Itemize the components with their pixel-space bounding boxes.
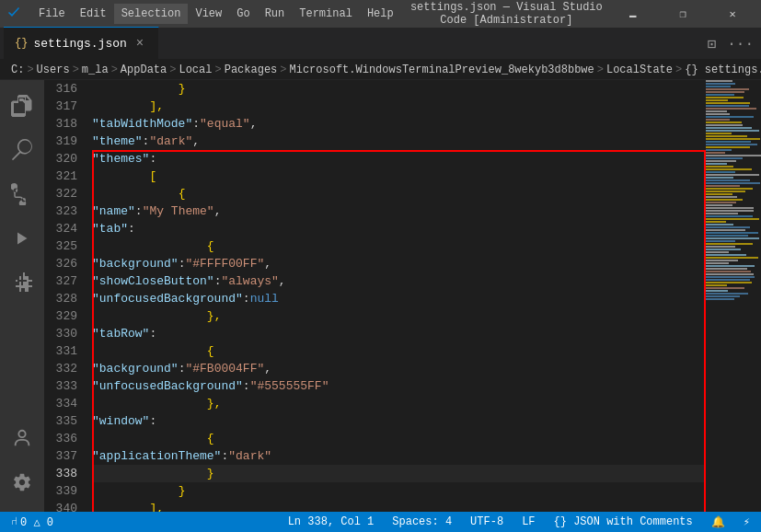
line-number: 328 (44, 290, 85, 307)
code-line: }, (92, 307, 706, 325)
line-number: 319 (44, 133, 85, 150)
line-number: 325 (44, 237, 85, 255)
code-line: ], (92, 500, 706, 512)
code-line: "applicationTheme": "dark" (92, 447, 706, 465)
line-number: 329 (44, 307, 85, 325)
menu-selection[interactable]: Selection (114, 4, 189, 24)
activity-account[interactable] (0, 416, 44, 460)
activity-bar (0, 80, 44, 512)
line-number: 336 (44, 430, 85, 447)
minimize-button[interactable]: 🗕 (612, 0, 654, 28)
line-number: 337 (44, 447, 85, 465)
spaces-text: Spaces: 4 (392, 515, 452, 528)
tab-label: settings.json (33, 37, 126, 51)
line-number: 333 (44, 377, 85, 395)
line-number: 323 (44, 202, 85, 220)
line-number: 317 (44, 98, 85, 115)
menu-terminal[interactable]: Terminal (292, 4, 360, 24)
tab-file-icon: {} (15, 37, 28, 50)
tab-close-button[interactable]: × (133, 36, 147, 51)
code-editor[interactable]: 3163173183193203213223233243253263273283… (44, 80, 706, 512)
tab-bar: {} settings.json × ⊡ ··· (0, 28, 761, 60)
main-area: 3163173183193203213223233243253263273283… (0, 80, 761, 512)
maximize-button[interactable]: ❐ (662, 0, 704, 28)
line-number: 316 (44, 80, 85, 98)
status-bar: ⑁ 0 △ 0 Ln 338, Col 1 Spaces: 4 UTF-8 LF… (0, 512, 761, 532)
window-controls: 🗕 ❐ ✕ (612, 0, 754, 28)
status-notifications[interactable]: 🔔 (708, 512, 729, 532)
minimap (706, 80, 761, 512)
line-number: 339 (44, 482, 85, 500)
activity-settings[interactable] (0, 460, 44, 504)
code-line: [ (92, 168, 706, 185)
editor-container: 3163173183193203213223233243253263273283… (44, 80, 761, 512)
position-text: Ln 338, Col 1 (288, 515, 375, 528)
status-encoding[interactable]: UTF-8 (467, 512, 507, 532)
activity-run[interactable] (0, 216, 44, 260)
encoding-text: UTF-8 (470, 515, 503, 528)
line-number: 332 (44, 360, 85, 377)
title-bar-left: File Edit Selection View Go Run Terminal… (7, 4, 401, 24)
line-number: 340 (44, 500, 85, 512)
menu-go[interactable]: Go (229, 4, 257, 24)
code-line: } (92, 465, 706, 482)
remote-icon: ⚡ (744, 515, 750, 529)
activity-extensions[interactable] (0, 260, 44, 305)
code-line: { (92, 185, 706, 202)
status-right: Ln 338, Col 1 Spaces: 4 UTF-8 LF {} JSON… (284, 512, 754, 532)
line-number: 327 (44, 272, 85, 290)
menu-edit[interactable]: Edit (73, 4, 114, 24)
line-number: 331 (44, 342, 85, 360)
status-spaces[interactable]: Spaces: 4 (388, 512, 455, 532)
line-number: 318 (44, 115, 85, 133)
activity-bar-bottom (0, 416, 44, 512)
status-branch[interactable]: ⑁ 0 △ 0 (7, 512, 57, 532)
menu-bar: File Edit Selection View Go Run Terminal… (31, 4, 401, 24)
tab-bar-actions: ⊡ ··· (704, 33, 757, 59)
close-button[interactable]: ✕ (711, 0, 754, 28)
line-number: 322 (44, 185, 85, 202)
code-line: "theme": "dark", (92, 133, 706, 150)
menu-help[interactable]: Help (360, 4, 401, 24)
menu-view[interactable]: View (188, 4, 229, 24)
line-number: 324 (44, 220, 85, 237)
code-line: "unfocusedBackground": "#555555FF" (92, 377, 706, 395)
line-numbers: 3163173183193203213223233243253263273283… (44, 80, 92, 512)
breadcrumb: C:> Users> m_la> AppData> Local> Package… (0, 60, 761, 80)
language-text: {} JSON with Comments (554, 515, 693, 528)
tab-settings[interactable]: {} settings.json × (4, 27, 159, 59)
line-number: 330 (44, 325, 85, 342)
activity-explorer[interactable] (0, 84, 44, 128)
activity-search[interactable] (0, 128, 44, 172)
code-line: "tab": (92, 220, 706, 237)
line-number: 338 (44, 465, 85, 482)
menu-file[interactable]: File (31, 4, 73, 24)
eol-text: LF (522, 515, 535, 528)
code-line: { (92, 342, 706, 360)
code-line: "tabRow": (92, 325, 706, 342)
branch-icon: ⑁ (11, 515, 17, 528)
line-number: 320 (44, 150, 85, 168)
status-language[interactable]: {} JSON with Comments (550, 512, 697, 532)
split-editor-button[interactable]: ⊡ (704, 33, 721, 55)
status-position[interactable]: Ln 338, Col 1 (284, 512, 378, 532)
code-line: } (92, 80, 706, 98)
more-actions-button[interactable]: ··· (723, 34, 757, 54)
code-line: "tabWidthMode": "equal", (92, 115, 706, 133)
code-line: "background": "#FFFF00FF", (92, 255, 706, 272)
activity-source-control[interactable] (0, 172, 44, 216)
line-number: 335 (44, 412, 85, 430)
line-number: 321 (44, 168, 85, 185)
title-bar: File Edit Selection View Go Run Terminal… (0, 0, 761, 28)
code-line: "unfocusedBackground": null (92, 290, 706, 307)
branch-errors: 0 △ 0 (20, 515, 53, 529)
menu-run[interactable]: Run (258, 4, 293, 24)
code-area[interactable]: } ], "tabWidthMode": "equal", "theme": "… (92, 80, 706, 512)
window-title: settings.json — Visual Studio Code [Admi… (401, 1, 612, 27)
status-remote[interactable]: ⚡ (740, 512, 754, 532)
code-line: } (92, 482, 706, 500)
code-line: ], (92, 98, 706, 115)
status-eol[interactable]: LF (518, 512, 538, 532)
code-line: "name": "My Theme", (92, 202, 706, 220)
code-line: "themes": (92, 150, 706, 168)
